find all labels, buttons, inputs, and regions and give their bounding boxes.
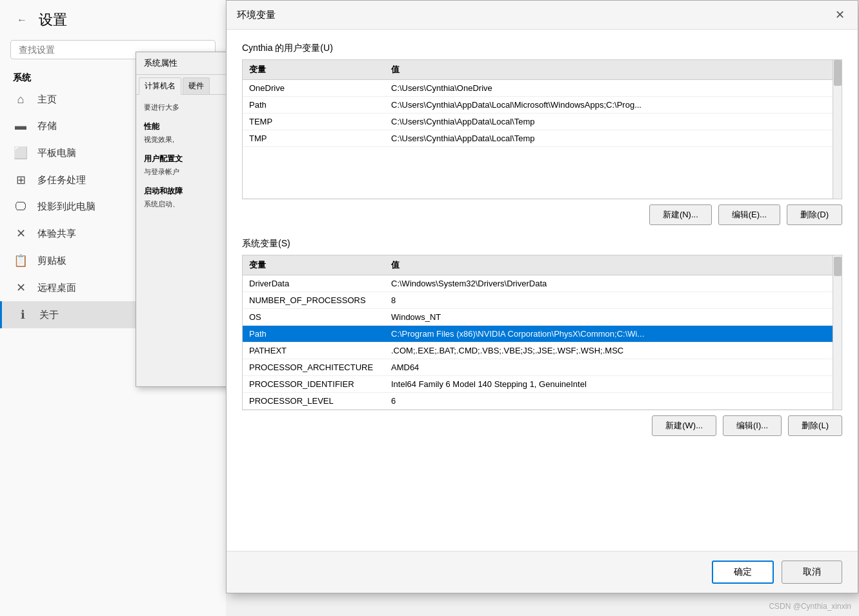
table-row[interactable]: NUMBER_OF_PROCESSORS 8 — [243, 292, 833, 309]
table-row[interactable]: PROCESSOR_IDENTIFIER Intel64 Family 6 Mo… — [243, 376, 833, 393]
sys-col-var: 变量 — [243, 255, 385, 275]
share-label: 体验共享 — [37, 228, 76, 240]
sys-table-scrollbar[interactable] — [833, 255, 842, 410]
sys-edit-button[interactable]: 编辑(I)... — [723, 415, 782, 436]
user-var-val: C:\Users\Cynthia\AppData\Local\Temp — [385, 114, 833, 130]
table-row[interactable]: OneDrive C:\Users\Cynthia\OneDrive — [243, 80, 833, 97]
user-variables-table-container: 变量 值 OneDrive C:\Users\Cynthia\OneDrive … — [242, 59, 842, 199]
system-variables-section: 系统变量(S) 变量 值 DriverData C:\Windows\Syste… — [242, 238, 842, 436]
user-var-val: C:\Users\Cynthia\AppData\Local\Temp — [385, 130, 833, 147]
home-icon: ⌂ — [13, 93, 28, 106]
project-icon: 🖵 — [13, 200, 28, 214]
user-table-scrollbar[interactable] — [833, 60, 842, 199]
env-footer: 确定 取消 — [227, 551, 858, 593]
user-var-name: TEMP — [243, 114, 385, 130]
tab-hardware[interactable]: 硬件 — [183, 77, 210, 94]
table-row[interactable]: TMP C:\Users\Cynthia\AppData\Local\Temp — [243, 130, 833, 147]
multitask-icon: ⊞ — [13, 173, 28, 187]
user-delete-button[interactable]: 删除(D) — [787, 204, 842, 225]
sys-variables-table: 变量 值 DriverData C:\Windows\System32\Driv… — [243, 255, 833, 410]
sys-new-button[interactable]: 新建(W)... — [652, 415, 716, 436]
user-col-val: 值 — [385, 60, 833, 80]
table-row[interactable]: Path C:\Users\Cynthia\AppData\Local\Micr… — [243, 97, 833, 114]
about-icon: ℹ — [15, 308, 30, 322]
sys-var-val: C:\Windows\System32\Drivers\DriverData — [385, 275, 833, 292]
env-titlebar: 环境变量 ✕ — [227, 1, 858, 30]
share-icon: ✕ — [13, 226, 28, 241]
sys-var-val: C:\Program Files (x86)\NVIDIA Corporatio… — [385, 326, 833, 343]
user-var-val: C:\Users\Cynthia\OneDrive — [385, 80, 833, 97]
user-new-button[interactable]: 新建(N)... — [649, 204, 712, 225]
table-row[interactable]: Path C:\Program Files (x86)\NVIDIA Corpo… — [243, 326, 833, 343]
table-row[interactable]: PROCESSOR_ARCHITECTURE AMD64 — [243, 359, 833, 376]
table-row[interactable]: OS Windows_NT — [243, 309, 833, 326]
sys-var-name: PROCESSOR_IDENTIFIER — [243, 376, 385, 393]
home-label: 主页 — [37, 94, 57, 106]
table-row[interactable]: TEMP C:\Users\Cynthia\AppData\Local\Temp — [243, 114, 833, 130]
user-col-var: 变量 — [243, 60, 385, 80]
sys-var-name: DriverData — [243, 275, 385, 292]
tablet-label: 平板电脑 — [37, 147, 76, 159]
table-row[interactable]: PROCESSOR_LEVEL 6 — [243, 393, 833, 410]
table-row[interactable]: PATHEXT .COM;.EXE;.BAT;.CMD;.VBS;.VBE;JS… — [243, 343, 833, 359]
storage-icon: ▬ — [13, 119, 28, 133]
sys-var-val: 6 — [385, 393, 833, 410]
sys-var-name: PROCESSOR_LEVEL — [243, 393, 385, 410]
user-var-name: TMP — [243, 130, 385, 147]
cancel-button[interactable]: 取消 — [782, 561, 842, 584]
scrollbar-thumb — [834, 60, 842, 86]
user-var-name: Path — [243, 97, 385, 114]
user-variables-table: 变量 值 OneDrive C:\Users\Cynthia\OneDrive … — [243, 60, 833, 199]
sys-delete-button[interactable]: 删除(L) — [788, 415, 842, 436]
clipboard-label: 剪贴板 — [37, 255, 66, 267]
env-title: 环境变量 — [237, 9, 276, 21]
back-button[interactable]: ← — [13, 11, 31, 29]
sys-section-label: 系统变量(S) — [242, 238, 842, 250]
sys-var-name: PATHEXT — [243, 343, 385, 359]
sys-var-val: 8 — [385, 292, 833, 309]
sys-var-name: OS — [243, 309, 385, 326]
sys-var-val: Intel64 Family 6 Model 140 Stepping 1, G… — [385, 376, 833, 393]
sys-var-name: NUMBER_OF_PROCESSORS — [243, 292, 385, 309]
user-section-label: Cynthia 的用户变量(U) — [242, 43, 842, 54]
sys-var-name: PROCESSOR_ARCHITECTURE — [243, 359, 385, 376]
clipboard-icon: 📋 — [13, 253, 28, 268]
sys-var-name: Path — [243, 326, 385, 343]
sys-variable-buttons: 新建(W)... 编辑(I)... 删除(L) — [242, 415, 842, 436]
user-var-val: C:\Users\Cynthia\AppData\Local\Microsoft… — [385, 97, 833, 114]
ok-button[interactable]: 确定 — [712, 561, 774, 584]
about-label: 关于 — [39, 309, 59, 321]
watermark: CSDN @Cynthia_xinxin — [769, 602, 851, 611]
user-edit-button[interactable]: 编辑(E)... — [718, 204, 780, 225]
user-variables-section: Cynthia 的用户变量(U) 变量 值 OneDrive C:\Users\… — [242, 43, 842, 225]
project-label: 投影到此电脑 — [37, 201, 96, 213]
sys-col-val: 值 — [385, 255, 833, 275]
tablet-icon: ⬜ — [13, 146, 28, 160]
remote-icon: ✕ — [13, 281, 28, 295]
scrollbar-thumb — [834, 257, 842, 276]
remote-label: 远程桌面 — [37, 282, 76, 294]
user-var-name: OneDrive — [243, 80, 385, 97]
multitask-label: 多任务处理 — [37, 174, 86, 186]
sys-props-title: 系统属性 — [144, 58, 177, 68]
sys-var-val: AMD64 — [385, 359, 833, 376]
settings-title: 设置 — [39, 10, 67, 30]
user-variable-buttons: 新建(N)... 编辑(E)... 删除(D) — [242, 204, 842, 225]
env-body: Cynthia 的用户变量(U) 变量 值 OneDrive C:\Users\… — [227, 30, 858, 551]
table-row[interactable]: DriverData C:\Windows\System32\Drivers\D… — [243, 275, 833, 292]
settings-header: ← 设置 — [0, 0, 226, 40]
storage-label: 存储 — [37, 120, 57, 132]
sys-variables-table-container: 变量 值 DriverData C:\Windows\System32\Driv… — [242, 255, 842, 410]
tab-computer-name[interactable]: 计算机名 — [139, 77, 181, 95]
sys-var-val: .COM;.EXE;.BAT;.CMD;.VBS;.VBE;JS;.JSE;.W… — [385, 343, 833, 359]
env-variables-dialog: 环境变量 ✕ Cynthia 的用户变量(U) 变量 值 OneDrive — [226, 0, 858, 593]
empty-row — [243, 147, 833, 199]
sys-var-val: Windows_NT — [385, 309, 833, 326]
close-button[interactable]: ✕ — [832, 7, 847, 23]
